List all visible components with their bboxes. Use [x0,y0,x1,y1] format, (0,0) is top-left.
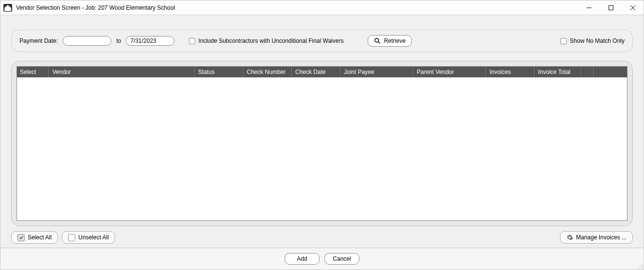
col-spacer-2[interactable] [594,67,627,77]
col-joint-payee[interactable]: Joint Payee [340,67,413,77]
col-select[interactable]: Select [17,67,49,77]
col-spacer-1[interactable] [581,67,594,77]
svg-point-4 [375,38,379,42]
payment-date-label: Payment Date: [19,37,58,44]
maximize-button[interactable] [600,0,622,15]
payment-date-to-input[interactable] [126,36,174,46]
unselect-all-label: Unselect All [78,234,109,241]
add-button[interactable]: Add [285,253,320,265]
titlebar: Vendor Selection Screen - Job: 207 Wood … [0,0,644,15]
select-all-label: Select All [28,234,51,241]
col-check-number[interactable]: Check Number [243,67,292,77]
svg-point-11 [642,268,643,269]
work-area: Payment Date: to Include Subcontractors … [0,15,644,229]
svg-point-8 [642,266,643,267]
manage-invoices-label: Manage Invoices ... [576,234,627,241]
checkbox-icon [189,38,195,44]
retrieve-button-label: Retrieve [384,37,406,44]
svg-point-9 [638,268,639,269]
checked-icon [17,234,25,241]
search-icon [374,37,381,44]
gear-icon [566,234,573,241]
minimize-button[interactable] [578,0,600,15]
payment-date-from-input[interactable] [63,36,111,46]
svg-point-10 [640,268,641,269]
table-header-row: Select Vendor Status Check Number Check … [17,67,627,77]
window-controls [578,0,644,15]
col-invoice-total[interactable]: Invoice Total [535,67,581,77]
retrieve-button[interactable]: Retrieve [368,35,412,47]
col-check-date[interactable]: Check Date [292,67,340,77]
svg-rect-1 [609,5,613,10]
close-button[interactable] [622,0,644,15]
app-icon [3,4,12,12]
filter-panel: Payment Date: to Include Subcontractors … [11,30,633,52]
data-grid[interactable]: Select Vendor Status Check Number Check … [17,66,627,221]
col-status[interactable]: Status [195,67,243,77]
svg-point-6 [642,264,643,265]
window-title: Vendor Selection Screen - Job: 207 Wood … [16,4,175,11]
col-invoices[interactable]: Invoices [486,67,535,77]
checkbox-icon [560,38,567,44]
include-subcontractors-label: Include Subcontractors with Unconditiona… [198,37,343,44]
selection-row: Select All Unselect All Manage Invoices … [0,229,644,248]
table-panel: Select Vendor Status Check Number Check … [11,61,633,226]
table-body[interactable] [17,77,627,220]
col-vendor[interactable]: Vendor [49,67,195,77]
cancel-button[interactable]: Cancel [324,253,359,265]
show-no-match-checkbox[interactable]: Show No Match Only [560,37,625,44]
svg-point-7 [640,266,641,267]
resize-grip-icon[interactable] [637,263,643,269]
footer-bar: Add Cancel [0,248,644,270]
unselect-all-button[interactable]: Unselect All [62,231,115,244]
manage-invoices-button[interactable]: Manage Invoices ... [560,231,633,244]
col-parent-vendor[interactable]: Parent Vendor [413,67,486,77]
unchecked-icon [68,234,75,241]
include-subcontractors-checkbox[interactable]: Include Subcontractors with Unconditiona… [189,37,343,44]
svg-line-5 [378,42,380,44]
to-label: to [116,37,121,44]
show-no-match-label: Show No Match Only [570,37,625,44]
select-all-button[interactable]: Select All [11,231,58,244]
